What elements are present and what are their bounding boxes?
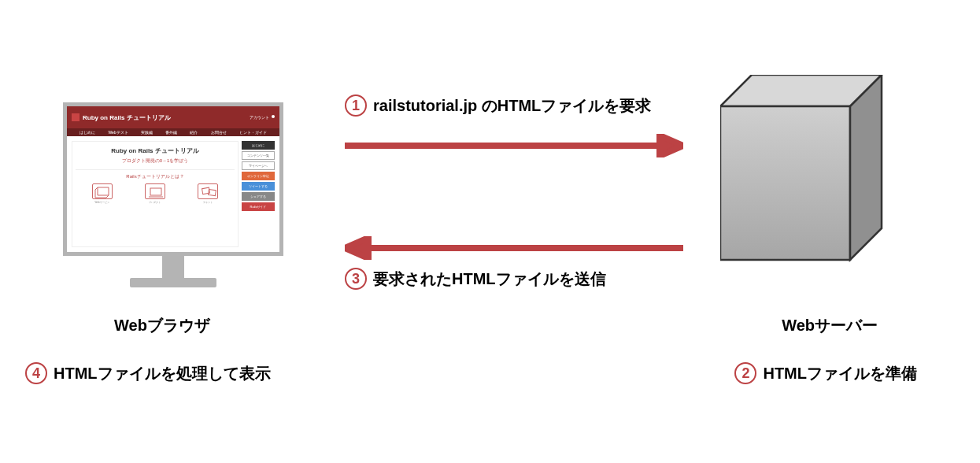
site-title: Ruby on Rails チュートリアル [83, 113, 171, 122]
sidebar-button: オンライン申込 [242, 172, 275, 180]
sidebar-button: Railsガイド [242, 202, 275, 211]
nav-item: Webテスト [108, 130, 128, 135]
step-number-icon: 2 [734, 362, 756, 384]
caption: Webサービス [91, 201, 113, 204]
svg-rect-5 [720, 106, 850, 260]
caption: テキスト [197, 201, 219, 204]
main-heading: Ruby on Rails チュートリアル [76, 146, 235, 155]
browser-illustration: Ruby on Rails チュートリアル アカウント はじめに Webテスト … [63, 102, 283, 291]
caption: プロダクト [144, 201, 166, 204]
feature-icon [145, 183, 165, 199]
step-text: 要求されたHTMLファイルを送信 [373, 269, 606, 290]
sidebar-button: はじめに [242, 141, 275, 150]
step-number-icon: 1 [345, 94, 367, 117]
dot-icon [272, 115, 275, 118]
nav-item: はじめに [80, 130, 95, 135]
svg-marker-6 [850, 75, 882, 260]
nav-item: 紹介 [190, 130, 198, 135]
step-text: railstutorial.jp のHTMLファイルを要求 [373, 95, 651, 117]
server-label: Webサーバー [782, 315, 878, 336]
step-3-label: 3 要求されたHTMLファイルを送信 [345, 268, 606, 290]
site-body: Ruby on Rails チュートリアル プロダクト開発の0→1を学ぼう Ra… [67, 136, 279, 252]
sidebar-button: コンテンツ一覧 [242, 151, 275, 160]
site-main: Ruby on Rails チュートリアル プロダクト開発の0→1を学ぼう Ra… [72, 141, 239, 247]
browser-label: Webブラウザ [114, 315, 210, 336]
nav-item: 番外編 [165, 130, 177, 135]
sidebar-button: ツイートする [242, 182, 275, 191]
step-number-icon: 4 [25, 362, 47, 384]
main-subheading: プロダクト開発の0→1を学ぼう [76, 157, 235, 165]
section-heading: Railsチュートリアルとは？ [76, 173, 235, 180]
server-cube-icon [720, 75, 893, 272]
server-illustration [720, 75, 893, 276]
svg-rect-0 [150, 188, 161, 195]
request-arrow [345, 134, 683, 161]
site-header: Ruby on Rails チュートリアル アカウント [67, 106, 279, 128]
feature-icon [198, 183, 218, 199]
site-header-menu: アカウント [250, 115, 275, 120]
response-arrow [345, 236, 683, 263]
nav-item: 実践編 [141, 130, 153, 135]
sidebar-button: シェアする [242, 192, 275, 201]
step-2-label: 2 HTMLファイルを準備 [734, 362, 917, 384]
feature-icons [76, 183, 235, 199]
step-1-label: 1 railstutorial.jp のHTMLファイルを要求 [345, 94, 651, 117]
monitor-frame: Ruby on Rails チュートリアル アカウント はじめに Webテスト … [63, 102, 283, 256]
nav-item: お問合せ [211, 130, 227, 135]
site-nav: はじめに Webテスト 実践編 番外編 紹介 お問合せ ヒント・ガイド [67, 128, 279, 136]
site-logo-icon [72, 113, 80, 121]
monitor-base [130, 278, 216, 287]
step-number-icon: 3 [345, 268, 367, 290]
sidebar-button: マイページへ [242, 161, 275, 170]
step-text: HTMLファイルを準備 [763, 363, 917, 384]
feature-icon [92, 183, 113, 199]
nav-item: ヒント・ガイド [239, 130, 267, 135]
svg-marker-8 [660, 135, 683, 156]
step-4-label: 4 HTMLファイルを処理して表示 [25, 362, 271, 384]
monitor-stand [162, 256, 184, 278]
step-text: HTMLファイルを処理して表示 [54, 363, 271, 384]
svg-marker-10 [345, 238, 368, 258]
site-sidebar: はじめに コンテンツ一覧 マイページへ オンライン申込 ツイートする シェアする… [242, 141, 275, 247]
